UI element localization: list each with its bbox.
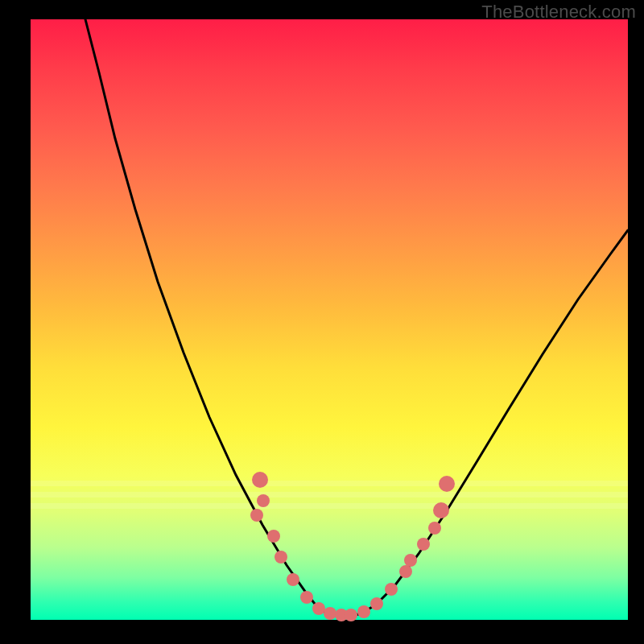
dots-layer	[31, 19, 628, 620]
scatter-dot	[417, 538, 430, 551]
scatter-dot	[287, 573, 299, 586]
scatter-dot	[267, 530, 280, 543]
scatter-dot	[385, 583, 398, 596]
scatter-dot	[357, 605, 370, 618]
scatter-dot	[399, 565, 412, 578]
scatter-dot	[404, 554, 417, 567]
scatter-dot	[250, 509, 263, 522]
watermark-text: TheBottleneck.com	[481, 2, 636, 23]
scatter-dot	[257, 494, 270, 507]
scatter-dot	[439, 476, 455, 492]
scatter-dot	[433, 502, 449, 518]
scatter-dot	[370, 597, 383, 610]
scatter-dot	[428, 522, 441, 535]
scatter-dot	[252, 472, 268, 488]
scatter-dot	[345, 609, 357, 621]
scatter-dot	[300, 591, 313, 604]
scatter-dot	[275, 551, 287, 564]
chart-container: TheBottleneck.com	[0, 0, 644, 644]
